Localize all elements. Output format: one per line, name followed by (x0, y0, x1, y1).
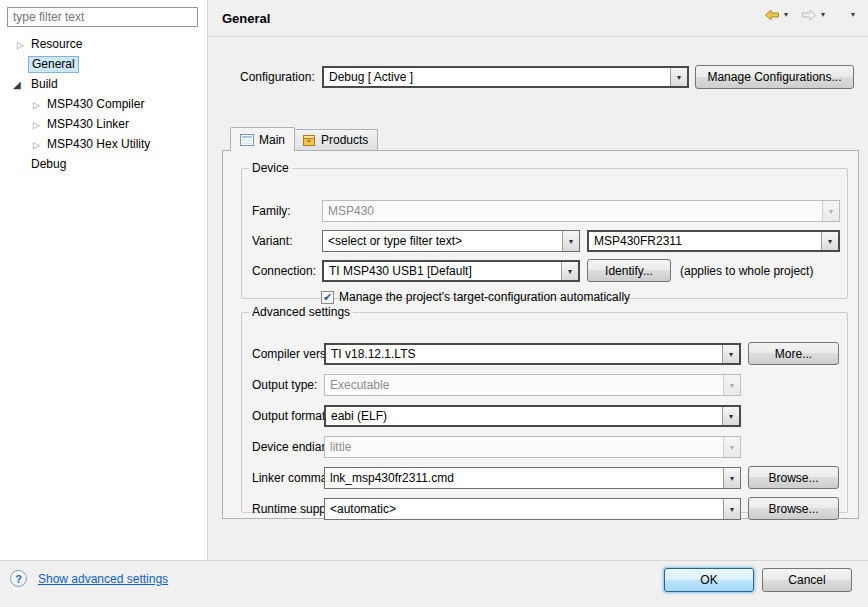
tree-item-general[interactable]: General (0, 56, 207, 74)
help-icon: ? (15, 573, 22, 585)
history-nav: ▾ ▾ ▾ (764, 9, 856, 21)
show-advanced-settings-link[interactable]: Show advanced settings (38, 572, 168, 586)
cancel-button[interactable]: Cancel (762, 568, 852, 592)
chevron-down-icon: ▾ (561, 262, 578, 280)
identify-button[interactable]: Identify... (587, 259, 671, 282)
advanced-settings-legend: Advanced settings (249, 305, 353, 319)
output-type-label: Output type: (252, 374, 317, 396)
variant-select[interactable]: MSP430FR2311 ▾ (587, 230, 840, 252)
forward-menu-button[interactable]: ▾ (820, 9, 826, 21)
device-group-legend: Device (249, 161, 292, 175)
runtime-library-combo[interactable]: <automatic> ▾ (324, 498, 741, 520)
tree-expander-icon[interactable]: ▷ (33, 138, 40, 152)
manage-configurations-button[interactable]: Manage Configurations... (695, 65, 854, 89)
endianness-value: little (325, 440, 723, 454)
family-select[interactable]: MSP430 ▾ (322, 200, 840, 222)
cancel-button-label: Cancel (788, 573, 825, 587)
manage-target-checkbox[interactable]: ✔ (321, 291, 334, 304)
tree-item-label: Debug (31, 157, 66, 172)
more-button[interactable]: More... (748, 342, 839, 365)
chevron-down-icon: ▾ (822, 201, 839, 221)
tree-item-label: General (28, 56, 79, 73)
linker-command-file-value: lnk_msp430fr2311.cmd (325, 471, 723, 485)
chevron-down-icon: ▾ (722, 407, 739, 425)
runtime-browse-button[interactable]: Browse... (748, 497, 839, 520)
connection-select[interactable]: TI MSP430 USB1 [Default] ▾ (322, 260, 580, 282)
tree-item-msp430-compiler[interactable]: ▷ MSP430 Compiler (0, 96, 207, 114)
output-type-select[interactable]: Executable ▾ (324, 374, 741, 396)
compiler-version-select[interactable]: TI v18.12.1.LTS ▾ (324, 343, 741, 365)
family-value: MSP430 (323, 204, 822, 218)
properties-dialog: ▷ Resource General ◢ Build ▷ MSP430 Comp… (0, 0, 868, 607)
device-group: Device Family: MSP430 ▾ Variant: <select… (241, 161, 848, 299)
output-format-value: eabi (ELF) (326, 409, 722, 423)
connection-label: Connection: (252, 260, 316, 282)
footer-separator (0, 560, 868, 561)
chevron-down-icon: ▾ (723, 468, 740, 488)
output-format-label: Output format: (252, 405, 329, 427)
advanced-settings-group: Advanced settings Compiler version: TI v… (241, 305, 848, 513)
tab-products-label: Products (321, 133, 368, 147)
chevron-down-icon: ▾ (562, 231, 579, 251)
back-icon (764, 9, 780, 21)
tab-main-label: Main (259, 133, 285, 147)
linker-browse-label: Browse... (768, 471, 818, 485)
manage-configurations-label: Manage Configurations... (707, 70, 841, 84)
tree-item-resource[interactable]: ▷ Resource (0, 36, 207, 54)
back-menu-button[interactable]: ▾ (783, 9, 789, 21)
family-label: Family: (252, 200, 291, 222)
tree-expander-icon[interactable]: ▷ (33, 98, 40, 112)
runtime-library-value: <automatic> (325, 502, 723, 516)
tree-expander-icon[interactable]: ▷ (17, 38, 24, 52)
page-title: General (222, 11, 270, 26)
tree-item-label: MSP430 Hex Utility (47, 137, 150, 152)
tree-item-label: MSP430 Compiler (47, 97, 144, 112)
linker-command-file-combo[interactable]: lnk_msp430fr2311.cmd ▾ (324, 467, 741, 489)
filter-input[interactable] (7, 7, 198, 27)
ok-button-label: OK (700, 573, 717, 587)
forward-icon (801, 9, 817, 21)
configuration-select[interactable]: Debug [ Active ] ▾ (322, 66, 689, 88)
tab-main[interactable]: Main (230, 127, 295, 151)
tree-item-msp430-linker[interactable]: ▷ MSP430 Linker (0, 116, 207, 134)
chevron-down-icon: ▾ (722, 345, 739, 363)
header-separator (208, 36, 868, 37)
tree-item-label: Build (31, 77, 58, 92)
tree-item-label: Resource (31, 37, 82, 52)
configuration-value: Debug [ Active ] (324, 70, 670, 84)
chevron-down-icon: ▾ (670, 68, 687, 86)
ok-button[interactable]: OK (664, 568, 754, 592)
chevron-down-icon: ▾ (821, 232, 838, 250)
sidebar: ▷ Resource General ◢ Build ▷ MSP430 Comp… (0, 0, 208, 561)
linker-browse-button[interactable]: Browse... (748, 466, 839, 489)
view-menu-button[interactable]: ▾ (850, 9, 856, 21)
output-type-value: Executable (325, 378, 723, 392)
check-icon: ✔ (323, 291, 332, 304)
compiler-version-value: TI v18.12.1.LTS (326, 347, 722, 361)
manage-target-checkbox-label[interactable]: Manage the project's target-configuratio… (339, 288, 630, 306)
tree-expander-icon[interactable]: ▷ (33, 118, 40, 132)
variant-filter-value: <select or type filter text> (323, 234, 562, 248)
help-button[interactable]: ? (10, 570, 27, 587)
output-format-select[interactable]: eabi (ELF) ▾ (324, 405, 741, 427)
runtime-browse-label: Browse... (768, 502, 818, 516)
tree-item-msp430-hex-utility[interactable]: ▷ MSP430 Hex Utility (0, 136, 207, 154)
chevron-down-icon: ▾ (723, 499, 740, 519)
tab-products[interactable]: Products (292, 129, 378, 150)
identify-button-label: Identify... (605, 264, 653, 278)
tree-item-debug[interactable]: Debug (0, 156, 207, 174)
chevron-down-icon: ▾ (723, 375, 740, 395)
tree-expander-icon[interactable]: ◢ (13, 78, 21, 92)
configuration-label: Configuration: (240, 66, 315, 88)
back-button[interactable] (764, 9, 780, 21)
forward-button[interactable] (801, 9, 817, 21)
tree-item-build[interactable]: ◢ Build (0, 76, 207, 94)
connection-value: TI MSP430 USB1 [Default] (324, 264, 561, 278)
variant-value: MSP430FR2311 (589, 234, 821, 248)
endianness-select[interactable]: little ▾ (324, 436, 741, 458)
more-button-label: More... (775, 347, 812, 361)
variant-filter-select[interactable]: <select or type filter text> ▾ (322, 230, 580, 252)
connection-note: (applies to whole project) (680, 260, 813, 282)
tree-item-label: MSP430 Linker (47, 117, 129, 132)
chevron-down-icon: ▾ (723, 437, 740, 457)
